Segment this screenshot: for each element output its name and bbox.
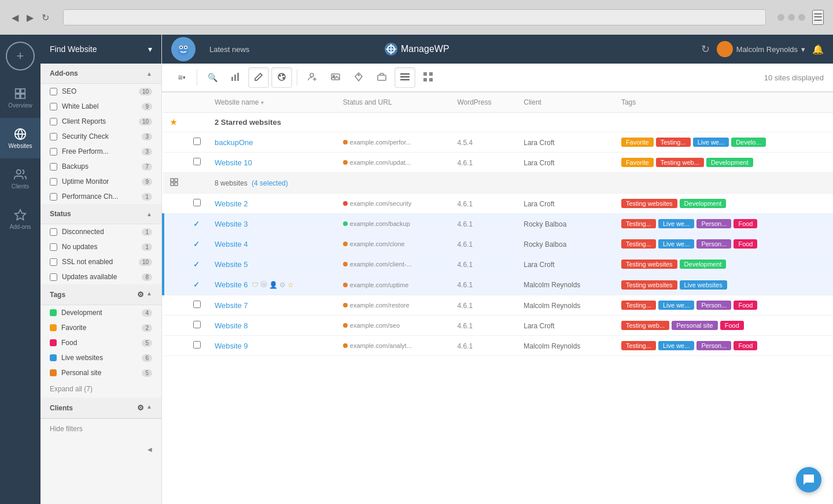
address-bar[interactable] [63,9,766,25]
addon-clientreports[interactable]: Client Reports10 [40,114,161,129]
checkbox-cell[interactable] [186,295,208,316]
checkbox-cell[interactable] [186,316,208,336]
addon-clientreports-checkbox[interactable] [50,118,57,125]
website-link[interactable]: Website 4 [215,240,248,249]
addon-backups-checkbox[interactable] [50,163,57,171]
tags-settings-icon[interactable]: ⚙ [137,290,144,299]
sidebar-collapse-arrow[interactable]: ◀ [148,446,152,453]
addon-freeperform[interactable]: Free Perform...3 [40,144,161,159]
hide-filters-link[interactable]: Hide filters [40,418,161,439]
addon-seo[interactable]: SEO10 [40,84,161,99]
latest-news-button[interactable]: Latest news [205,43,254,56]
expand-all-link[interactable]: Expand all (7) [40,380,161,398]
clients-collapse[interactable]: ▲ [146,403,152,412]
refresh-browser-button[interactable]: ↻ [39,10,51,25]
status-noupdates-checkbox[interactable] [50,243,57,251]
status-sslnotenabled[interactable]: SSL not enabled10 [40,254,161,269]
chart-button[interactable] [225,67,246,88]
checkbox-cell[interactable] [186,194,208,214]
tag-button[interactable] [348,67,369,88]
website-link[interactable]: Website 10 [215,158,252,167]
checkmark-icon[interactable]: ✓ [193,260,200,269]
addons-collapse[interactable]: ▲ [146,71,152,77]
checkbox-cell[interactable] [186,153,208,173]
forward-button[interactable]: ▶ [24,10,36,25]
checkmark-icon[interactable]: ✓ [193,240,200,249]
website-link[interactable]: Website 9 [215,342,248,350]
website-link[interactable]: Website 8 [215,321,248,330]
user-menu-button[interactable]: Malcolm Reynolds ▾ [717,41,805,57]
addon-whitelabel[interactable]: White Label9 [40,99,161,114]
row-checkbox[interactable] [193,158,201,165]
website-link[interactable]: Website 3 [215,220,248,228]
person-add-button[interactable] [302,67,323,88]
tags-collapse[interactable]: ▲ [146,290,152,299]
website-link[interactable]: backupOne [215,138,253,147]
status-collapse[interactable]: ▲ [146,211,152,217]
sidebar-item-addons[interactable]: Add-ons [0,199,40,239]
tag-livewebsites[interactable]: Live websites 6 [40,350,161,365]
addon-uptime-checkbox[interactable] [50,178,57,186]
refresh-button[interactable]: ↻ [701,43,710,55]
status-ssl-checkbox[interactable] [50,258,57,266]
list-view-button[interactable] [395,67,415,88]
status-disconnected-checkbox[interactable] [50,228,57,236]
clients-settings-icon[interactable]: ⚙ [137,403,144,412]
person-add-icon [308,72,317,83]
addon-performance-checkbox[interactable] [50,193,57,201]
notifications-button[interactable]: 🔔 [812,44,824,55]
browser-menu-button[interactable]: ☰ [812,10,824,25]
sidebar-item-websites[interactable]: Websites [0,118,40,158]
addon-securitycheck-checkbox[interactable] [50,133,57,140]
row-checkbox[interactable] [193,138,201,145]
addon-securitycheck[interactable]: Security Check3 [40,129,161,144]
checkbox-cell[interactable] [186,132,208,153]
palette-button[interactable] [271,67,292,88]
checkmark-icon[interactable]: ✓ [193,280,200,289]
tag-food-dot [50,339,57,346]
filter-dropdown-button[interactable]: ≡ ▾ [171,67,192,88]
edit-button[interactable] [248,67,269,88]
addon-backups[interactable]: Backups7 [40,159,161,174]
add-website-button[interactable]: + [6,42,35,71]
addon-uptime[interactable]: Uptime Monitor9 [40,174,161,189]
addon-whitelabel-checkbox[interactable] [50,103,57,110]
row-checkbox[interactable] [193,301,201,308]
checkmark-icon[interactable]: ✓ [193,220,200,228]
chat-bubble-button[interactable] [796,467,821,492]
search-button[interactable]: 🔍 [202,67,223,88]
sidebar-item-clients[interactable]: Clients [0,158,40,199]
website-link[interactable]: Website 7 [215,301,248,310]
tag-food[interactable]: Food 5 [40,335,161,350]
checkbox-cell[interactable]: ✓ [186,275,208,295]
status-disconnected[interactable]: Disconnected1 [40,224,161,239]
status-updates-checkbox[interactable] [50,273,57,281]
sidebar-item-overview[interactable]: Overview [0,77,40,118]
briefcase-button[interactable] [371,67,392,88]
mini-star-icon: ☆ [288,281,294,289]
back-button[interactable]: ◀ [9,10,21,25]
tag-icon [354,72,363,83]
addon-performance[interactable]: Performance Ch...1 [40,189,161,204]
checkbox-cell[interactable]: ✓ [186,234,208,254]
image-button[interactable] [325,67,346,88]
checkbox-cell[interactable] [186,336,208,356]
tag-personalsite[interactable]: Personal site 5 [40,365,161,380]
checkbox-cell[interactable]: ✓ [186,214,208,234]
addon-seo-checkbox[interactable] [50,88,57,95]
website-link[interactable]: Website 6 [215,280,248,289]
checkbox-cell[interactable]: ✓ [186,254,208,275]
row-checkbox[interactable] [193,341,201,349]
row-checkbox[interactable] [193,321,201,328]
row-checkbox[interactable] [193,199,201,206]
website-link[interactable]: Website 5 [215,260,248,269]
website-link[interactable]: Website 2 [215,199,248,208]
grid-view-button[interactable] [418,67,438,88]
tag-favorite[interactable]: Favorite 2 [40,320,161,335]
tag-development[interactable]: Development 4 [40,305,161,320]
find-website-arrow[interactable]: ▾ [148,45,152,54]
status-updatesavailable[interactable]: Updates available8 [40,269,161,284]
addon-freeperform-checkbox[interactable] [50,148,57,155]
status-noupdates[interactable]: No updates1 [40,239,161,254]
sort-arrow-icon[interactable]: ▾ [261,99,264,106]
